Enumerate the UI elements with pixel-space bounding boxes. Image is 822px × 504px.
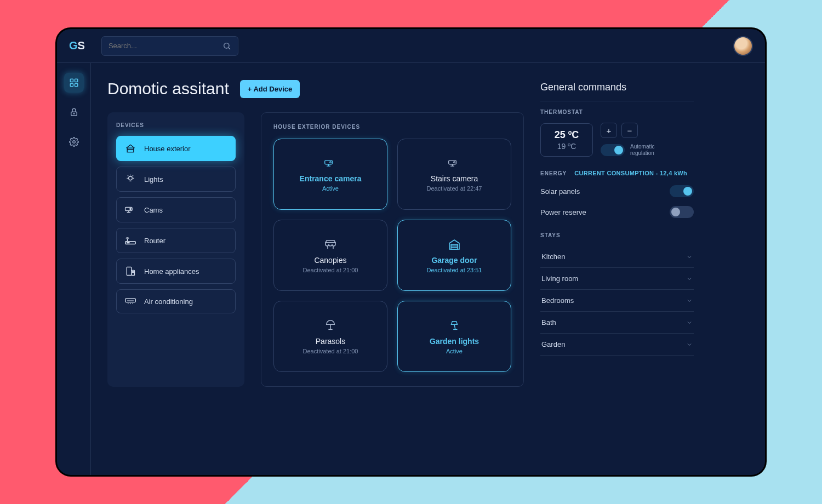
thermostat-minus-button[interactable]: − — [621, 123, 638, 138]
device-category-label: Home appliances — [144, 267, 199, 276]
svg-point-22 — [129, 242, 129, 243]
router-icon — [124, 235, 136, 246]
add-device-button[interactable]: + Add Device — [240, 80, 300, 98]
svg-rect-3 — [75, 79, 77, 82]
device-card-name: Stairs camera — [431, 174, 478, 183]
chevron-down-icon — [686, 319, 693, 326]
stay-item-bedrooms[interactable]: Bedrooms — [540, 290, 694, 312]
appliance-icon — [124, 266, 136, 277]
svg-rect-38 — [451, 244, 458, 249]
device-card-status: Deactivated at 21:00 — [303, 348, 358, 354]
svg-point-8 — [72, 141, 75, 144]
devices-panel: DEVICES House exteriorLightsCamsRouterHo… — [107, 112, 244, 387]
svg-point-7 — [73, 113, 75, 114]
stay-item-bath[interactable]: Bath — [540, 312, 694, 334]
thermostat-auto-label: Automatic regulation — [630, 144, 654, 157]
page-title: Domotic assitant — [107, 79, 229, 98]
thermostat-readout: 25 ºC 19 ºC — [540, 123, 593, 157]
device-card-status: Active — [446, 348, 463, 354]
energy-toggle[interactable] — [670, 185, 694, 197]
device-card-status: Deactivated at 22:47 — [427, 185, 482, 192]
logo-g: G — [69, 39, 78, 51]
svg-rect-27 — [125, 299, 136, 302]
stay-item-label: Bedrooms — [541, 296, 574, 305]
device-card-name: Garage door — [431, 256, 477, 265]
svg-point-33 — [330, 162, 332, 163]
thermostat-auto-toggle[interactable] — [601, 144, 625, 156]
svg-line-15 — [128, 175, 128, 176]
device-card-stairs-camera[interactable]: Stairs cameraDeactivated at 22:47 — [397, 139, 511, 210]
svg-rect-5 — [75, 84, 77, 87]
energy-toggle[interactable] — [670, 206, 694, 218]
nav-lock[interactable] — [64, 102, 84, 122]
device-category-house-exterior[interactable]: House exterior — [116, 136, 236, 161]
device-card-status: Deactivated at 21:00 — [303, 267, 358, 273]
stays-label: STAYS — [540, 232, 694, 238]
svg-rect-9 — [127, 148, 134, 152]
parasol-icon — [324, 319, 336, 331]
svg-rect-2 — [70, 79, 73, 82]
device-card-garden-lights[interactable]: Garden lightsActive — [397, 301, 511, 372]
thermostat-label: THERMOSTAT — [540, 109, 694, 115]
chevron-down-icon — [686, 254, 693, 260]
device-card-canopies[interactable]: CanopiesDeactivated at 21:00 — [273, 220, 387, 291]
devices-panel-label: DEVICES — [116, 122, 236, 128]
divider — [540, 101, 694, 101]
lightbulb-icon — [124, 174, 136, 185]
device-category-air-conditioning[interactable]: Air conditioning — [116, 289, 236, 313]
device-card-parasols[interactable]: ParasolsDeactivated at 21:00 — [273, 301, 387, 372]
devices-area: HOUSE EXTERIOR DEVICES Entrance cameraAc… — [261, 112, 524, 387]
chevron-down-icon — [686, 297, 693, 304]
logo-s: S — [78, 39, 85, 51]
camera-icon — [324, 158, 337, 169]
svg-point-19 — [130, 208, 131, 209]
canopy-icon — [324, 238, 337, 250]
chevron-down-icon — [686, 341, 693, 348]
camera-icon — [124, 204, 136, 215]
thermostat-plus-button[interactable]: + — [601, 123, 617, 138]
energy-item-label: Solar panels — [540, 187, 580, 196]
device-card-name: Entrance camera — [300, 174, 362, 183]
device-card-garage-door[interactable]: Garage doorDeactivated at 23:51 — [397, 220, 511, 291]
lamp-icon — [448, 319, 460, 331]
avatar[interactable] — [733, 36, 753, 56]
nav-settings[interactable] — [64, 132, 84, 152]
device-category-lights[interactable]: Lights — [116, 167, 236, 192]
device-category-home-appliances[interactable]: Home appliances — [116, 259, 236, 284]
device-category-cams[interactable]: Cams — [116, 197, 236, 222]
device-card-name: Parasols — [316, 337, 345, 346]
nav-rail — [57, 63, 91, 475]
stay-item-label: Bath — [541, 318, 556, 327]
svg-line-1 — [229, 48, 230, 49]
svg-rect-4 — [70, 84, 73, 87]
device-category-router[interactable]: Router — [116, 228, 236, 253]
app-frame: GS Do — [55, 27, 767, 477]
ac-icon — [124, 296, 136, 306]
device-card-status: Active — [322, 185, 339, 192]
svg-point-21 — [127, 242, 128, 243]
energy-item-power-reserve: Power reserve — [540, 206, 694, 218]
device-category-label: Air conditioning — [144, 297, 193, 306]
stay-item-kitchen[interactable]: Kitchen — [540, 246, 694, 268]
search-field[interactable] — [101, 36, 238, 56]
general-commands-title: General commands — [540, 82, 694, 93]
device-card-name: Canopies — [314, 256, 346, 265]
stay-item-label: Living room — [541, 274, 578, 283]
device-card-entrance-camera[interactable]: Entrance cameraActive — [273, 139, 387, 210]
stay-item-living-room[interactable]: Living room — [540, 268, 694, 290]
svg-point-11 — [129, 176, 133, 180]
thermostat-target: 19 ºC — [551, 142, 583, 151]
svg-line-16 — [133, 175, 133, 176]
search-input[interactable] — [109, 42, 222, 50]
stay-item-garden[interactable]: Garden — [540, 334, 694, 356]
search-icon[interactable] — [222, 42, 231, 50]
nav-dashboard[interactable] — [64, 73, 84, 93]
device-category-label: Lights — [144, 175, 163, 184]
house-icon — [124, 143, 136, 154]
devices-area-label: HOUSE EXTERIOR DEVICES — [273, 124, 511, 130]
energy-item-label: Power reserve — [540, 208, 586, 216]
device-card-status: Deactivated at 23:51 — [427, 267, 482, 273]
stay-item-label: Kitchen — [541, 253, 565, 261]
device-card-name: Garden lights — [430, 337, 479, 346]
camera-icon — [448, 158, 461, 169]
